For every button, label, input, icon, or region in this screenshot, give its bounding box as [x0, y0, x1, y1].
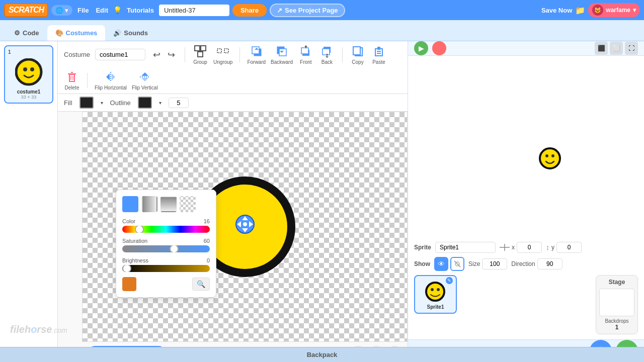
size-input[interactable]	[482, 258, 507, 269]
stage-panel: ▶ ⬛ ⬜ ⛶ Sprite	[408, 41, 644, 362]
h-gradient-mode[interactable]	[141, 196, 157, 212]
backward-button[interactable]: Backward	[271, 44, 293, 65]
sprite-card-name: Sprite1	[418, 304, 453, 310]
costume-item-1[interactable]: 1 costume1 33 × 33	[4, 45, 53, 104]
large-stage-button[interactable]: ⬜	[610, 42, 623, 55]
user-menu[interactable]: 🐱 warfame ▾	[588, 3, 640, 17]
copy-icon	[350, 44, 366, 58]
redo-button[interactable]: ↪	[165, 48, 178, 62]
save-now-button[interactable]: Save Now	[541, 7, 572, 14]
color-slider-track	[122, 226, 210, 233]
backdrops-count: 1	[615, 324, 619, 331]
costumes-panel: 1 costume1 33 × 33	[0, 41, 58, 362]
forward-button[interactable]: Forward	[247, 44, 266, 65]
sounds-icon: 🔊	[113, 29, 121, 37]
eyedropper-button[interactable]: 🔍	[192, 278, 210, 291]
sprite-name-input[interactable]	[435, 242, 496, 253]
svg-rect-7	[224, 49, 228, 53]
delete-button[interactable]: Delete	[64, 70, 80, 90]
svg-point-64	[426, 283, 444, 301]
ungroup-button[interactable]: Ungroup	[213, 44, 232, 65]
outline-color-swatch[interactable]	[138, 97, 152, 109]
y-input[interactable]	[556, 242, 582, 253]
outline-size-input[interactable]	[169, 98, 189, 108]
ungroup-icon	[215, 44, 231, 58]
separator-4	[87, 73, 88, 88]
direction-label: Direction	[511, 260, 535, 267]
scratch-logo[interactable]: SCRATCH	[4, 3, 48, 17]
fill-color-swatch[interactable]	[79, 97, 94, 109]
forward-icon	[249, 44, 265, 58]
backdrops-label: Backdrops	[605, 318, 628, 324]
green-flag-button[interactable]: ▶	[414, 41, 428, 55]
stage-tab[interactable]: Stage Backdrops 1	[596, 275, 638, 334]
x-input[interactable]	[517, 242, 542, 253]
small-stage-button[interactable]: ⬛	[595, 42, 608, 55]
tab-costumes[interactable]: 🎨 Costumes	[47, 25, 106, 41]
color-label: Color	[122, 218, 135, 224]
stage-controls: ▶ ⬛ ⬜ ⛶	[408, 41, 644, 56]
stage-mini-preview	[599, 289, 634, 316]
folder-button[interactable]: 📁	[575, 6, 585, 15]
stage-canvas[interactable]	[408, 56, 644, 237]
direction-input[interactable]	[537, 258, 562, 269]
color-modes	[122, 196, 210, 212]
svg-point-57	[540, 148, 560, 168]
svg-point-45	[243, 222, 247, 226]
svg-marker-17	[304, 45, 307, 47]
nav-tutorials[interactable]: Tutorials	[125, 7, 156, 14]
svg-point-1	[23, 67, 27, 71]
svg-rect-24	[375, 49, 382, 56]
see-project-button[interactable]: ↗ See Project Page	[270, 4, 345, 17]
brightness-slider[interactable]	[122, 265, 210, 272]
y-coord-group: ↕ y	[546, 242, 582, 253]
share-button[interactable]: Share	[232, 4, 267, 17]
project-name-input[interactable]	[159, 5, 229, 16]
canvas-container: Color 16 Saturation 60	[58, 112, 408, 362]
tutorials-icon: 💡	[113, 6, 122, 14]
fill-outline-bar: Fill ▾ Outline ▾	[58, 94, 408, 112]
tab-code[interactable]: ⚙ Code	[6, 25, 47, 41]
language-button[interactable]: 🌐 ▾	[51, 5, 72, 16]
front-button[interactable]: Front	[298, 44, 314, 65]
svg-point-66	[437, 288, 440, 291]
paste-button[interactable]: Paste	[371, 44, 387, 65]
show-hidden-button[interactable]	[450, 257, 464, 271]
user-avatar-icon: 🐱	[592, 5, 603, 16]
nav-edit[interactable]: Edit	[94, 7, 110, 14]
transparent-mode[interactable]	[180, 196, 196, 212]
size-group: Size	[468, 258, 507, 269]
main-layout: 1 costume1 33 × 33 Costume ↩ ↪	[0, 41, 644, 362]
fullscreen-button[interactable]: ⛶	[625, 42, 638, 55]
color-slider[interactable]	[122, 226, 210, 233]
saturation-slider[interactable]	[122, 245, 210, 252]
copy-button[interactable]: Copy	[350, 44, 366, 65]
stop-button[interactable]	[432, 41, 446, 55]
tab-sounds[interactable]: 🔊 Sounds	[105, 25, 156, 41]
x-coord-group: x	[500, 242, 542, 253]
flip-horizontal-button[interactable]: Flip Horizontal	[95, 70, 127, 90]
back-button[interactable]: Back	[319, 44, 335, 65]
nav-file[interactable]: File	[75, 7, 91, 14]
svg-rect-12	[279, 49, 286, 56]
costume-name-input[interactable]	[95, 49, 145, 60]
solid-color-mode[interactable]	[122, 196, 138, 212]
y-label: y	[551, 244, 554, 251]
color-preset-orange[interactable]	[122, 277, 136, 291]
sprite-card-1[interactable]: ✎ Sprite1	[414, 275, 457, 314]
svg-rect-28	[69, 74, 74, 81]
flip-vertical-button[interactable]: Flip Vertical	[132, 70, 158, 90]
show-visible-button[interactable]: 👁	[434, 257, 448, 271]
outline-dropdown-button[interactable]: ▾	[159, 100, 162, 106]
undo-button[interactable]: ↩	[150, 48, 163, 62]
y-arrow-icon: ↕	[546, 243, 549, 251]
svg-marker-34	[106, 73, 110, 80]
show-label: Show	[414, 260, 430, 267]
costume-thumb	[11, 57, 46, 87]
sprites-area: ✎ Sprite1 Stage Backdrops 1	[414, 275, 638, 334]
backpack-bar[interactable]: Backpack	[0, 347, 644, 362]
front-icon	[298, 44, 314, 58]
group-button[interactable]: Group	[192, 44, 208, 65]
v-gradient-mode[interactable]	[160, 196, 177, 212]
fill-dropdown-button[interactable]: ▾	[101, 100, 103, 106]
